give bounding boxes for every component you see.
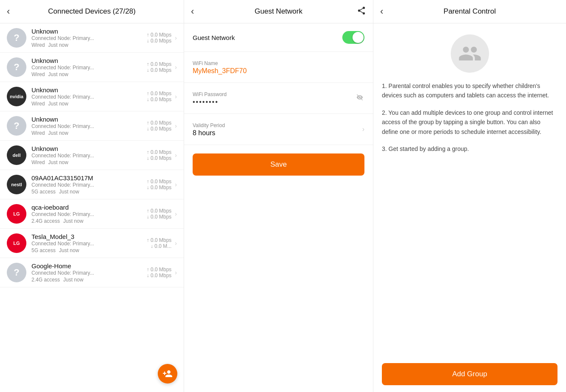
speed-up: 0.0 Mbps	[147, 208, 172, 214]
device-speeds: 0.0 Mbps 0.0 Mbps	[147, 208, 172, 220]
device-connection: Wired	[31, 101, 45, 107]
validity-period-value: 8 hours	[193, 129, 225, 137]
list-item[interactable]: nvidia Unknown Connected Node: Primary..…	[0, 82, 184, 111]
share-icon	[357, 6, 366, 15]
device-meta: Wired Just now	[31, 71, 147, 77]
avatar: ?	[7, 116, 26, 136]
device-time: Just now	[48, 159, 68, 165]
wifi-password-row[interactable]: WiFi Password ••••••••	[184, 83, 373, 114]
speed-down: 0.0 Mbps	[147, 126, 172, 132]
list-item[interactable]: LG Tesla_Model_3 Connected Node: Primary…	[0, 229, 184, 258]
speed-up: 0.0 Mbps	[147, 267, 172, 273]
guest-network-toggle-row: Guest Network	[184, 23, 373, 52]
speed-down: 0.0 Mbps	[147, 97, 172, 102]
device-node: Connected Node: Primary...	[31, 65, 147, 71]
speed-up: 0.0 Mbps	[147, 149, 172, 155]
device-connection: 5G access	[31, 247, 56, 253]
right-back-button[interactable]: ‹	[380, 6, 383, 17]
device-meta: Wired Just now	[31, 42, 147, 48]
wifi-password-value: ••••••••	[193, 98, 227, 106]
parental-control-content: 1. Parental control enables you to speci…	[373, 23, 566, 356]
add-group-button[interactable]: Add Group	[382, 363, 557, 385]
middle-panel-header: ‹ Guest Network	[184, 0, 373, 23]
device-meta: Wired Just now	[31, 159, 147, 165]
wifi-name-value: MyMesh_3FDF70	[193, 67, 247, 75]
device-info: Unknown Connected Node: Primary... Wired…	[31, 145, 147, 165]
middle-panel-title: Guest Network	[255, 7, 302, 16]
device-connection: Wired	[31, 71, 45, 77]
speed-down: 0.0 Mbps	[147, 38, 172, 44]
validity-period-label: Validity Period	[193, 122, 225, 128]
device-meta: 5G access Just now	[31, 247, 147, 253]
avatar: nvidia	[7, 87, 26, 106]
speed-down: 0.0 Mbps	[147, 67, 172, 73]
device-time: Just now	[59, 189, 79, 195]
device-meta: Wired Just now	[31, 101, 147, 107]
password-visibility-toggle[interactable]	[355, 94, 364, 103]
share-button[interactable]	[357, 6, 366, 17]
parental-description: 1. Parental control enables you to speci…	[382, 81, 557, 161]
wifi-name-row[interactable]: WiFi Name MyMesh_3FDF70	[184, 52, 373, 83]
avatar: nestl	[7, 175, 26, 194]
device-info: Unknown Connected Node: Primary... Wired…	[31, 86, 147, 107]
list-item[interactable]: ? Unknown Connected Node: Primary... Wir…	[0, 111, 184, 141]
list-item[interactable]: nestl 09AA01AC3315017M Connected Node: P…	[0, 170, 184, 199]
device-speeds: 0.0 Mbps 0.0 M...	[147, 237, 172, 249]
add-device-fab[interactable]	[158, 364, 177, 383]
device-meta: Wired Just now	[31, 130, 147, 136]
middle-back-button[interactable]: ‹	[191, 6, 194, 17]
speed-down: 0.0 M...	[151, 243, 171, 249]
list-item[interactable]: LG qca-ioeboard Connected Node: Primary.…	[0, 199, 184, 229]
device-speeds: 0.0 Mbps 0.0 Mbps	[147, 179, 172, 190]
parental-control-panel: ‹ Parental Control 1. Parental control e…	[373, 0, 566, 392]
list-item[interactable]: ? Unknown Connected Node: Primary... Wir…	[0, 23, 184, 53]
device-speeds: 0.0 Mbps 0.0 Mbps	[147, 267, 172, 278]
validity-chevron-icon: ›	[362, 125, 364, 133]
parental-desc-2: 2. You can add multiple devices to one g…	[382, 108, 557, 136]
device-name: 09AA01AC3315017M	[31, 174, 147, 182]
avatar: ?	[7, 263, 26, 282]
device-name: Unknown	[31, 145, 147, 152]
validity-period-field: Validity Period 8 hours	[193, 122, 225, 137]
speed-up: 0.0 Mbps	[147, 179, 172, 185]
list-item[interactable]: ? Unknown Connected Node: Primary... Wir…	[0, 53, 184, 82]
list-item[interactable]: dell Unknown Connected Node: Primary... …	[0, 141, 184, 170]
device-time: Just now	[63, 277, 83, 283]
device-time: Just now	[59, 247, 79, 253]
wifi-name-field: WiFi Name MyMesh_3FDF70	[193, 60, 247, 75]
validity-period-row[interactable]: Validity Period 8 hours ›	[184, 114, 373, 145]
left-back-button[interactable]: ‹	[7, 6, 10, 17]
parental-control-icon	[451, 34, 489, 73]
list-item[interactable]: ? Google-Home Connected Node: Primary...…	[0, 258, 184, 287]
speed-down: 0.0 Mbps	[147, 155, 172, 161]
chevron-right-icon: ›	[175, 152, 177, 159]
guest-network-toggle[interactable]	[342, 31, 364, 44]
save-button[interactable]: Save	[193, 153, 364, 176]
device-speeds: 0.0 Mbps 0.0 Mbps	[147, 91, 172, 102]
wifi-password-label: WiFi Password	[193, 91, 227, 97]
chevron-right-icon: ›	[175, 93, 177, 100]
wifi-name-label: WiFi Name	[193, 60, 247, 66]
device-node: Connected Node: Primary...	[31, 270, 147, 276]
avatar: dell	[7, 145, 26, 165]
avatar: ?	[7, 57, 26, 77]
device-node: Connected Node: Primary...	[31, 35, 147, 41]
guest-network-label: Guest Network	[193, 34, 235, 41]
device-name: Google-Home	[31, 262, 147, 270]
chevron-right-icon: ›	[175, 34, 177, 41]
speed-up: 0.0 Mbps	[147, 91, 172, 97]
device-name: qca-ioeboard	[31, 204, 147, 211]
speed-down: 0.0 Mbps	[147, 214, 172, 220]
chevron-right-icon: ›	[175, 269, 177, 276]
device-meta: 5G access Just now	[31, 189, 147, 195]
guest-network-panel: ‹ Guest Network Guest Network WiFi Name …	[184, 0, 373, 392]
device-list: ? Unknown Connected Node: Primary... Wir…	[0, 23, 184, 392]
device-info: Google-Home Connected Node: Primary... 2…	[31, 262, 147, 283]
device-node: Connected Node: Primary...	[31, 182, 147, 188]
device-time: Just now	[63, 218, 83, 224]
device-connection: 2.4G access	[31, 277, 60, 283]
speed-up: 0.0 Mbps	[147, 32, 172, 38]
connected-devices-panel: ‹ Connected Devices (27/28) ? Unknown Co…	[0, 0, 184, 392]
device-speeds: 0.0 Mbps 0.0 Mbps	[147, 32, 172, 44]
device-name: Tesla_Model_3	[31, 233, 147, 240]
